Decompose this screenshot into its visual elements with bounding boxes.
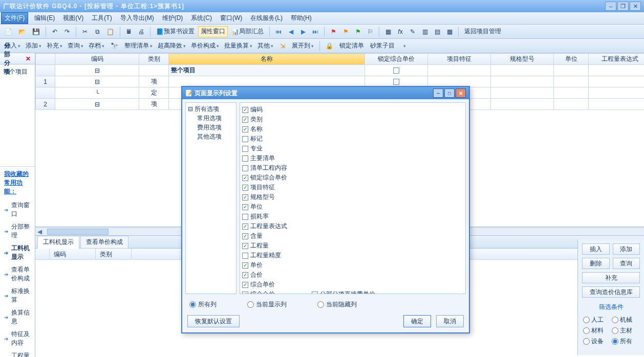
lock-list-button[interactable]: 锁定清单: [337, 40, 367, 52]
lock-icon[interactable]: 🔒: [323, 40, 336, 52]
ok-button[interactable]: 确定: [403, 315, 431, 327]
grid-header-0[interactable]: [36, 54, 55, 65]
tb2b-单价构成[interactable]: 单价构成: [188, 40, 222, 52]
checkbox-icon[interactable]: [242, 272, 248, 278]
col-option-0-3[interactable]: 标记: [242, 134, 306, 144]
menu-item-3[interactable]: 导入导出(M): [116, 13, 158, 24]
checkbox-icon[interactable]: [242, 233, 248, 239]
misc-icon-2[interactable]: fx: [395, 26, 406, 37]
col-option-0-14[interactable]: 工程量: [242, 241, 306, 251]
nav-first-icon[interactable]: ⏮: [273, 26, 284, 37]
menu-item-8[interactable]: 帮助(H): [287, 13, 316, 24]
menu-item-7[interactable]: 在线服务(L): [246, 13, 287, 24]
col-option-0-17[interactable]: 合价: [242, 270, 306, 280]
checkbox-icon[interactable]: [242, 262, 248, 269]
mortar-dd[interactable]: [398, 40, 410, 52]
checkbox-icon[interactable]: [242, 155, 248, 162]
nav-next-icon[interactable]: ▶: [297, 26, 309, 37]
col-option-0-9[interactable]: 规格型号: [242, 192, 306, 202]
tb2-查询[interactable]: 查询: [65, 40, 86, 52]
checkbox-icon[interactable]: [242, 214, 248, 220]
fav-item-7[interactable]: ➔工程量明细: [3, 349, 32, 357]
col-option-0-13[interactable]: 含量: [242, 231, 306, 241]
restore-defaults-button[interactable]: 恢复默认设置: [187, 315, 240, 327]
tb2-添加[interactable]: 添加: [23, 40, 44, 52]
rp-insert-button[interactable]: 插入: [582, 243, 610, 255]
filter-radio-人工[interactable]: 人工: [583, 316, 611, 324]
misc-icon-3[interactable]: ✎: [407, 26, 418, 37]
dialog-minimize-button[interactable]: –: [433, 88, 443, 98]
cancel-button[interactable]: 取消: [436, 315, 464, 327]
tb2b-批量换算[interactable]: 批量换算: [222, 40, 255, 52]
flag-green-icon[interactable]: ⚑: [352, 26, 363, 37]
tb2b-其他[interactable]: 其他: [255, 40, 276, 52]
window-minimize-button[interactable]: –: [605, 2, 616, 11]
checkbox-icon[interactable]: [242, 282, 248, 288]
col-option-0-5[interactable]: 主要清单: [242, 153, 306, 163]
col-option-0-8[interactable]: 项目特征: [242, 183, 306, 192]
fav-item-1[interactable]: ➔分部整理: [3, 220, 32, 242]
rp-query-button[interactable]: 查询: [613, 258, 640, 269]
tool-save-icon[interactable]: 💾: [30, 26, 42, 37]
tool-undo-icon[interactable]: ↶: [49, 26, 60, 37]
checkbox-icon[interactable]: [242, 224, 248, 230]
flag-orange-icon[interactable]: ⚑: [340, 26, 351, 37]
expand-icon[interactable]: ⇲: [277, 40, 288, 52]
subtab-djgc[interactable]: 查看单价构成: [80, 236, 128, 249]
filter-radio-主材[interactable]: 主材: [612, 326, 639, 335]
tool-paste-icon[interactable]: 📋: [104, 26, 117, 37]
menu-item-4[interactable]: 维护(D): [158, 13, 187, 24]
col-option-0-16[interactable]: 单价: [242, 260, 306, 270]
fav-item-4[interactable]: ➔标准换算: [3, 285, 32, 306]
checkbox-icon[interactable]: [242, 126, 248, 132]
checkbox-icon[interactable]: [312, 292, 318, 295]
tool-new-icon[interactable]: 📄: [2, 26, 15, 37]
fav-item-6[interactable]: ➔特征及内容: [3, 328, 32, 349]
nav-last-icon[interactable]: ⏭: [310, 26, 321, 37]
checkbox-icon[interactable]: [242, 194, 248, 200]
dialog-close-button[interactable]: ✕: [456, 88, 466, 98]
tb2b-超高降效[interactable]: 超高降效: [155, 40, 188, 52]
return-project-button[interactable]: 返回项目管理: [462, 26, 504, 37]
tool-calc-icon[interactable]: 🖩: [123, 26, 135, 37]
misc-icon-6[interactable]: ▦: [444, 26, 455, 37]
col-option-0-7[interactable]: 锁定综合单价: [242, 173, 306, 183]
col-option-0-19[interactable]: 综合合价: [242, 289, 306, 294]
window-restore-button[interactable]: ❐: [617, 2, 629, 11]
grid-header-1[interactable]: 编码: [55, 54, 139, 65]
subtab-gljx[interactable]: 工料机显示: [37, 236, 79, 249]
col-option-0-6[interactable]: 清单工程内容: [242, 163, 306, 173]
misc-icon-1[interactable]: ▦: [382, 26, 394, 37]
col-option-0-11[interactable]: 损耗率: [242, 212, 306, 221]
tool-copy-icon[interactable]: ⧉: [92, 26, 103, 37]
grid-header-8[interactable]: 工程量表达式: [589, 54, 644, 65]
filter-radio-所有[interactable]: 所有: [612, 337, 639, 346]
tree-root[interactable]: 整个项目: [3, 68, 28, 75]
bureau-summary-button[interactable]: 📊 局部汇总: [229, 26, 266, 37]
grid-header-2[interactable]: 类别: [139, 54, 168, 65]
tb2-补充[interactable]: 补充: [44, 40, 65, 52]
project-tree[interactable]: 整个项目: [0, 64, 35, 167]
fav-item-5[interactable]: ➔换算信息: [3, 306, 32, 328]
tb2-存档[interactable]: 存档: [86, 40, 107, 52]
filter-radio-材料[interactable]: 材料: [583, 326, 611, 335]
menu-item-6[interactable]: 窗口(W): [216, 13, 246, 24]
grid-header-3[interactable]: 名称: [168, 54, 364, 65]
view-radio-当前显示列[interactable]: 当前显示列: [247, 300, 287, 309]
checkbox-icon[interactable]: [242, 204, 248, 210]
tool-open-icon[interactable]: 📂: [16, 26, 29, 37]
dialog-tree-root[interactable]: 所有选项: [195, 105, 219, 113]
rp-pricelib-button[interactable]: 查询造价信息库: [582, 286, 640, 298]
binoculars-icon[interactable]: 🔭: [108, 40, 121, 52]
view-radio-所有列[interactable]: 所有列: [189, 300, 217, 309]
flag-none-icon[interactable]: ⚐: [364, 26, 376, 37]
fav-item-2[interactable]: ➔工料机显示: [3, 242, 32, 263]
col-option-1-0[interactable]: 分部分项直接费单价: [312, 289, 394, 294]
tool-redo-icon[interactable]: ↷: [61, 26, 73, 37]
col-option-0-2[interactable]: 名称: [242, 124, 306, 134]
tool-print-icon[interactable]: 🖨: [136, 26, 147, 37]
col-option-0-15[interactable]: 工程量精度: [242, 251, 306, 260]
col-option-0-10[interactable]: 单位: [242, 202, 306, 212]
grid-header-7[interactable]: 单位: [553, 54, 588, 65]
dialog-tree-common[interactable]: 常用选项: [188, 114, 234, 123]
